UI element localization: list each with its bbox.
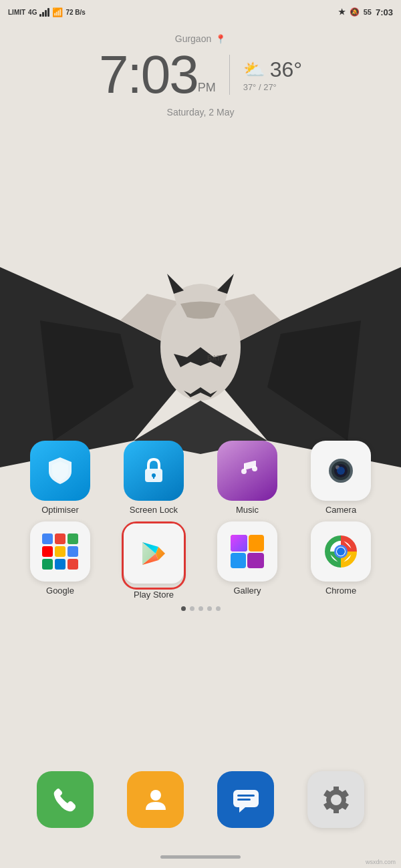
date-display: Saturday, 2 May: [0, 107, 401, 118]
app-grid: Optimiser Screen Lock: [0, 441, 401, 622]
bluetooth-icon: ★: [338, 7, 346, 17]
svg-rect-21: [247, 553, 264, 568]
contacts-icon-wrapper[interactable]: [127, 771, 184, 828]
batman-svg: BATM: [0, 187, 401, 467]
status-left: LIMIT 4G 📶 72 B/s: [8, 7, 86, 17]
location-pin-icon: 📍: [215, 34, 226, 44]
phone-icon-wrapper[interactable]: [37, 771, 94, 828]
svg-point-30: [331, 795, 342, 805]
status-bar: LIMIT 4G 📶 72 B/s ★ 🔕 55 7:03: [0, 0, 401, 24]
dock: [0, 771, 401, 828]
weather-info: ⛅ 36° 37° / 27°: [243, 57, 302, 92]
google-cell-drive: [55, 546, 65, 557]
location-name: Gurgaon: [175, 33, 211, 44]
playstore-icon-wrapper[interactable]: [124, 523, 184, 584]
speed-label: 72 B/s: [65, 9, 85, 16]
screenlock-label: Screen Lock: [130, 505, 178, 515]
gallery-label: Gallery: [233, 586, 261, 596]
messages-icon-wrapper[interactable]: [217, 771, 274, 828]
svg-text:BATM: BATM: [207, 355, 226, 362]
time-display: 7:03 PM: [99, 48, 216, 101]
google-cell-yt: [42, 546, 53, 557]
google-icon-wrapper[interactable]: [30, 521, 90, 582]
page-dots: [13, 606, 388, 611]
google-cell-m: [55, 533, 65, 544]
chrome-browser-icon: [322, 533, 360, 570]
gallery-icon-wrapper[interactable]: [217, 521, 277, 582]
shield-icon: [43, 454, 77, 487]
app-optimiser[interactable]: Optimiser: [20, 441, 100, 515]
screenlock-icon-wrapper[interactable]: [124, 441, 184, 501]
optimiser-icon-wrapper[interactable]: [30, 441, 90, 501]
divider: [229, 55, 230, 95]
svg-rect-20: [231, 553, 246, 568]
gear-settings-icon: [319, 783, 353, 817]
app-google[interactable]: Google: [20, 521, 100, 600]
svg-rect-19: [249, 535, 264, 552]
app-gallery[interactable]: Gallery: [207, 521, 287, 600]
silent-icon: 🔕: [350, 7, 360, 17]
app-playstore[interactable]: Play Store: [114, 521, 194, 600]
bar3: [45, 10, 47, 17]
status-right: ★ 🔕 55 7:03: [338, 7, 393, 17]
svg-rect-10: [255, 461, 256, 467]
clock-time: 7:03: [99, 48, 198, 101]
lock-icon: [137, 454, 170, 487]
app-music[interactable]: Music: [207, 441, 287, 515]
camera-icon-wrapper[interactable]: [311, 441, 371, 501]
svg-rect-5: [153, 475, 154, 479]
app-chrome[interactable]: Chrome: [301, 521, 381, 600]
settings-icon-wrapper[interactable]: [307, 771, 364, 828]
dock-settings[interactable]: [303, 771, 370, 828]
dot-4: [207, 606, 212, 611]
home-indicator[interactable]: [160, 855, 241, 859]
bar4: [47, 8, 49, 17]
app-row-2: Google: [13, 521, 388, 600]
chrome-icon-wrapper[interactable]: [311, 521, 371, 582]
time-suffix: PM: [198, 81, 216, 95]
wifi-icon: 📶: [52, 7, 63, 17]
music-icon-wrapper[interactable]: [217, 441, 277, 501]
google-cell-g: [42, 533, 53, 544]
google-cell-chat: [55, 559, 65, 570]
location-line: Gurgaon 📍: [0, 33, 401, 44]
svg-point-6: [234, 457, 261, 484]
svg-point-15: [337, 467, 345, 475]
svg-rect-28: [237, 795, 255, 797]
playstore-label: Play Store: [134, 590, 174, 600]
batman-wallpaper: BATM: [0, 187, 401, 467]
dock-phone[interactable]: [32, 771, 99, 828]
camera-lens-icon: [322, 452, 360, 489]
dock-contacts[interactable]: [122, 771, 189, 828]
app-screenlock[interactable]: Screen Lock: [114, 441, 194, 515]
dot-2: [190, 606, 194, 611]
dot-5: [216, 606, 221, 611]
battery-label: 55: [364, 8, 372, 16]
bar2: [42, 12, 44, 17]
google-cell-play: [42, 559, 53, 570]
playstore-triangle-icon: [137, 537, 170, 570]
app-camera[interactable]: Camera: [301, 441, 381, 515]
time-weather-row: 7:03 PM ⛅ 36° 37° / 27°: [0, 48, 401, 101]
dock-messages[interactable]: [213, 771, 279, 828]
time-label: 7:03: [376, 7, 393, 17]
watermark: wsxdn.com: [366, 859, 396, 865]
playstore-highlight: [122, 521, 186, 590]
chrome-label: Chrome: [325, 586, 356, 596]
dot-3: [198, 606, 203, 611]
google-label: Google: [46, 586, 74, 596]
cloud-icon: ⛅: [243, 59, 265, 80]
music-note-icon: [231, 454, 264, 487]
camera-label: Camera: [325, 505, 356, 515]
contacts-person-icon: [139, 783, 172, 817]
dot-1: [181, 606, 186, 611]
messages-chat-icon: [229, 783, 263, 817]
signal-bars: [39, 7, 49, 17]
svg-rect-29: [237, 799, 251, 801]
google-cell-meet: [68, 546, 78, 557]
svg-point-25: [337, 548, 345, 556]
google-cell-maps: [68, 533, 78, 544]
optimiser-label: Optimiser: [41, 505, 79, 515]
app-row-1: Optimiser Screen Lock: [13, 441, 388, 515]
temp-range: 37° / 27°: [243, 82, 277, 92]
